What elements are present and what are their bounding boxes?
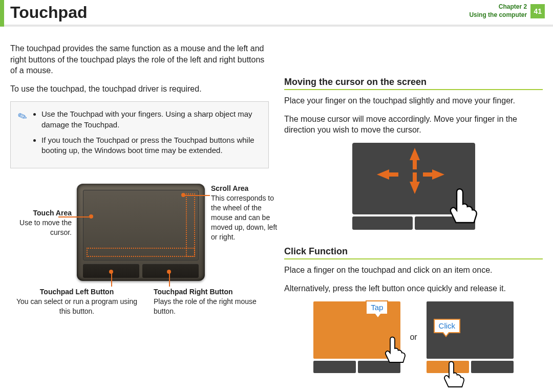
click-function-p1: Place a ﬁnger on the touchpad and click … (284, 265, 543, 276)
tap-illustration: Tap (313, 301, 400, 373)
page-title: Touchpad (10, 3, 88, 22)
moving-cursor-p2: The mouse cursor will move accordingly. … (284, 114, 543, 136)
chapter-line1: Chapter 2 (499, 3, 527, 10)
click-function-p2: Alternatively, press the left button onc… (284, 283, 543, 294)
touch-area-desc: Use to move the cursor. (19, 219, 72, 236)
touch-surface-illustration (83, 190, 199, 260)
hand-pointer-icon (437, 358, 467, 388)
chapter-block: Chapter 2 Using the computer 41 (469, 3, 545, 19)
tap-label: Tap (366, 300, 388, 315)
pencil-icon: ✎ (15, 108, 29, 125)
touchpad-body-illustration (77, 184, 205, 281)
arrow-down-icon (410, 182, 420, 194)
section-click-function-heading: Click Function (284, 245, 543, 259)
header-bar: Touchpad Chapter 2 Using the computer 41 (0, 0, 553, 27)
touchpad-anatomy-diagram: Touch Area Use to move the cursor. Scrol… (10, 184, 269, 327)
accent-stripe (0, 0, 4, 27)
arrow-left-icon (377, 169, 389, 180)
callout-line (184, 195, 210, 196)
click-label: Click (434, 319, 461, 333)
chapter-line2: Using the computer (469, 11, 527, 18)
hand-pointer-icon (378, 333, 409, 364)
or-label: or (410, 332, 417, 343)
click-illustration: Click (427, 301, 514, 373)
arrow-up-icon (410, 148, 420, 160)
scroll-area-title: Scroll Area (211, 184, 278, 193)
intro-paragraph-2: To use the touchpad, the touchpad driver… (10, 83, 269, 95)
note-bullet-2: If you touch the Touchpad or press the T… (41, 135, 261, 156)
move-cursor-illustration (352, 143, 475, 230)
page-number-badge: 41 (530, 4, 545, 18)
left-column: The touchpad provides the same function … (10, 43, 269, 373)
touch-area-title: Touch Area (10, 208, 72, 218)
right-button-title: Touchpad Right Button (154, 287, 276, 297)
hand-pointer-icon (440, 184, 481, 225)
scroll-area-desc: This corresponds to the wheel of the mou… (211, 194, 277, 241)
left-button-title: Touchpad Left Button (10, 287, 143, 297)
scroll-area-horizontal-illustration (87, 248, 195, 257)
content-area: The touchpad provides the same function … (0, 27, 553, 373)
note-bullet-1: Use the Touchpad with your ﬁngers. Using… (41, 109, 261, 130)
intro-paragraph-1: The touchpad provides the same function … (10, 43, 269, 76)
illus-btn-left (352, 216, 413, 230)
callout-line (111, 272, 112, 287)
right-button-desc: Plays the role of the right mouse button… (154, 297, 257, 315)
moving-cursor-p1: Place your ﬁnger on the touchpad slightl… (284, 95, 543, 106)
right-column: Moving the cursor on the screen Place yo… (284, 43, 543, 373)
arrow-right-icon (432, 169, 444, 180)
left-button-desc: You can select or run a program using th… (16, 297, 137, 315)
section-moving-cursor-heading: Moving the cursor on the screen (284, 76, 543, 90)
note-box: ✎ Use the Touchpad with your ﬁngers. Usi… (10, 101, 269, 168)
callout-line (169, 272, 170, 287)
click-function-illustrations: Tap or Click (284, 301, 543, 373)
